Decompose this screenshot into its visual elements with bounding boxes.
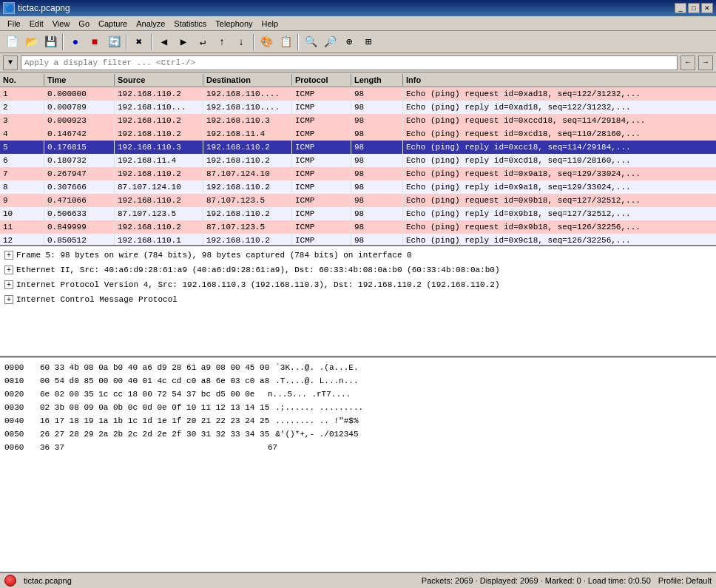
detail-text: Internet Protocol Version 4, Src: 192.16… — [16, 280, 500, 289]
packet-cell-0: 5 — [0, 141, 44, 154]
packet-row[interactable]: 110.849999192.168.110.287.107.123.5ICMP9… — [0, 220, 716, 234]
packet-cell-3: 87.107.123.5 — [203, 194, 292, 207]
detail-row[interactable]: +Frame 5: 98 bytes on wire (784 bits), 9… — [1, 248, 715, 263]
packet-cell-3: 192.168.110.... — [203, 87, 292, 101]
toolbar-save-btn[interactable]: 💾 — [41, 33, 59, 51]
packet-cell-2: 192.168.110... — [115, 101, 203, 114]
hex-offset: 0000 — [4, 361, 34, 374]
packet-row[interactable]: 90.471066192.168.110.287.107.123.5ICMP98… — [0, 194, 716, 207]
menu-file[interactable]: File — [3, 18, 25, 30]
packet-cell-1: 0.000923 — [44, 114, 115, 127]
menu-view[interactable]: View — [48, 18, 75, 30]
filter-back-btn[interactable]: ← — [680, 55, 695, 70]
packet-cell-4: ICMP — [292, 207, 351, 220]
menu-help[interactable]: Help — [257, 18, 283, 30]
packet-cell-3: 192.168.110.2 — [203, 141, 292, 154]
packet-row[interactable]: 30.000923192.168.110.2192.168.110.3ICMP9… — [0, 114, 716, 127]
packet-row[interactable]: 80.30766687.107.124.10192.168.110.2ICMP9… — [0, 180, 716, 194]
menu-capture[interactable]: Capture — [94, 18, 132, 30]
hex-bytes: 00 54 d0 85 00 00 40 01 4c cd c0 a8 6e 0… — [40, 374, 269, 388]
toolbar-zoom-reset-btn[interactable]: ⊕ — [340, 33, 358, 51]
hex-row: 000060 33 4b 08 0a b0 40 a6 d9 28 61 a9 … — [4, 361, 712, 374]
title-bar-left: 🔵 tictac.pcapng — [3, 2, 70, 14]
filter-input[interactable] — [21, 55, 678, 70]
toolbar-goto-btn[interactable]: ↵ — [194, 33, 212, 51]
packet-cell-3: 87.107.124.10 — [203, 167, 292, 180]
packet-cell-5: 98 — [351, 127, 403, 141]
maximize-button[interactable]: □ — [688, 3, 700, 13]
toolbar-resize-btn[interactable]: ⊞ — [359, 33, 377, 51]
packet-cell-3: 192.168.110.... — [203, 101, 292, 114]
packet-cell-4: ICMP — [292, 194, 351, 207]
detail-row[interactable]: +Ethernet II, Src: 40:a6:d9:28:61:a9 (40… — [1, 263, 715, 277]
toolbar-close-btn[interactable]: ✖ — [130, 33, 148, 51]
packet-cell-6: Echo (ping) reply id=0xcd18, seq=110/281… — [403, 154, 716, 167]
packet-cell-0: 2 — [0, 101, 44, 114]
title-controls: _ □ ✕ — [675, 3, 713, 13]
packet-cell-3: 192.168.110.2 — [203, 180, 292, 194]
hex-ascii: .;...... ......... — [275, 401, 363, 414]
menu-edit[interactable]: Edit — [25, 18, 48, 30]
hex-row: 001000 54 d0 85 00 00 40 01 4c cd c0 a8 … — [4, 374, 712, 388]
toolbar-zoom-out-btn[interactable]: 🔎 — [321, 33, 339, 51]
menu-analyze[interactable]: Analyze — [132, 18, 169, 30]
col-info[interactable]: Info — [403, 74, 716, 86]
filter-bar: ▼ ← → — [0, 53, 716, 72]
col-time[interactable]: Time — [44, 74, 115, 86]
col-destination[interactable]: Destination — [203, 74, 292, 86]
packet-cell-5: 98 — [351, 234, 403, 245]
packet-cell-4: ICMP — [292, 154, 351, 167]
packet-cell-6: Echo (ping) request id=0x9a18, seq=129/3… — [403, 167, 716, 180]
menu-telephony[interactable]: Telephony — [211, 18, 257, 30]
toolbar-stop-btn[interactable]: ■ — [86, 33, 104, 51]
packet-cell-2: 192.168.11.4 — [115, 154, 203, 167]
toolbar-zoom-in-btn[interactable]: 🔍 — [302, 33, 320, 51]
hex-ascii: 67 — [268, 441, 277, 454]
packet-row[interactable]: 120.850512192.168.110.1192.168.110.2ICMP… — [0, 234, 716, 245]
packet-row[interactable]: 100.50663387.107.123.5192.168.110.2ICMP9… — [0, 207, 716, 220]
toolbar-capture-btn[interactable]: ● — [67, 33, 84, 51]
filter-dropdown-btn[interactable]: ▼ — [3, 55, 18, 70]
toolbar-fwd-btn[interactable]: ▶ — [175, 33, 192, 51]
packet-cell-5: 98 — [351, 114, 403, 127]
toolbar-back-btn[interactable]: ◀ — [155, 33, 173, 51]
packet-row[interactable]: 50.176815192.168.110.3192.168.110.2ICMP9… — [0, 141, 716, 154]
toolbar-next-btn[interactable]: ↓ — [232, 33, 250, 51]
detail-row[interactable]: +Internet Protocol Version 4, Src: 192.1… — [1, 277, 715, 292]
detail-row[interactable]: +Internet Control Message Protocol — [1, 292, 715, 307]
packet-cell-6: Echo (ping) request id=0xccd18, seq=114/… — [403, 114, 716, 127]
packet-row[interactable]: 10.000000192.168.110.2192.168.110....ICM… — [0, 87, 716, 101]
hex-ascii: ........ .. !"#$% — [275, 414, 358, 428]
toolbar-sep-1 — [62, 34, 64, 50]
col-length[interactable]: Length — [351, 74, 403, 86]
packet-cell-0: 12 — [0, 234, 44, 245]
app-icon: 🔵 — [3, 2, 15, 14]
packet-cell-0: 4 — [0, 127, 44, 141]
toolbar-new-btn[interactable]: 📄 — [3, 33, 21, 51]
packet-cell-6: Echo (ping) request id=0xcd18, seq=110/2… — [403, 127, 716, 141]
filter-forward-btn[interactable]: → — [698, 55, 713, 70]
minimize-button[interactable]: _ — [675, 3, 686, 13]
expand-icon: + — [4, 280, 13, 289]
toolbar-open-btn[interactable]: 📂 — [22, 33, 40, 51]
packet-row[interactable]: 40.146742192.168.110.2192.168.11.4ICMP98… — [0, 127, 716, 141]
toolbar-autoscroll-btn[interactable]: 📋 — [277, 33, 294, 51]
menu-statistics[interactable]: Statistics — [169, 18, 211, 30]
col-protocol[interactable]: Protocol — [292, 74, 351, 86]
packet-cell-3: 192.168.110.2 — [203, 207, 292, 220]
hex-bytes: 6e 02 00 35 1c cc 18 00 72 54 37 bc d5 0… — [40, 388, 262, 401]
toolbar-prev-btn[interactable]: ↑ — [213, 33, 231, 51]
menu-go[interactable]: Go — [74, 18, 94, 30]
toolbar-restart-btn[interactable]: 🔄 — [105, 33, 123, 51]
packet-row[interactable]: 60.180732192.168.11.4192.168.110.2ICMP98… — [0, 154, 716, 167]
col-no[interactable]: No. — [0, 74, 44, 86]
col-source[interactable]: Source — [115, 74, 203, 86]
packet-row[interactable]: 70.267947192.168.110.287.107.124.10ICMP9… — [0, 167, 716, 180]
packet-row[interactable]: 20.000789192.168.110...192.168.110....IC… — [0, 101, 716, 114]
close-button[interactable]: ✕ — [701, 3, 713, 13]
toolbar-colorize-btn[interactable]: 🎨 — [257, 33, 275, 51]
packet-cell-5: 98 — [351, 220, 403, 234]
packet-cell-6: Echo (ping) request id=0x9b18, seq=127/3… — [403, 194, 716, 207]
packet-cell-1: 0.850512 — [44, 234, 115, 245]
hex-offset: 0020 — [4, 388, 34, 401]
